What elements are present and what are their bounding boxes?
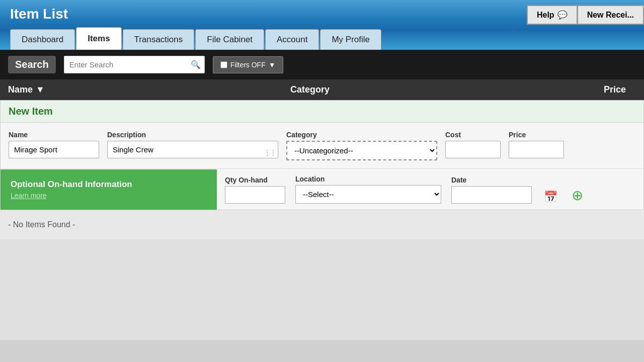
cost-field: Cost (445, 131, 501, 158)
date-field: Date (451, 176, 532, 204)
new-receipt-label: New Recei... (587, 11, 634, 20)
onhand-section: Optional On-hand Information Learn more … (1, 168, 643, 210)
header: Item List Help 💬 New Recei... Dashboard … (0, 0, 644, 50)
help-label: Help (537, 11, 554, 20)
search-area: Search 🔍 Filters OFF ▼ (0, 50, 644, 79)
location-label: Location (295, 175, 441, 183)
add-icon[interactable]: ⊕ (572, 187, 583, 204)
category-field: Category --Uncategorized-- (286, 131, 437, 160)
cost-label: Cost (445, 131, 501, 139)
name-input[interactable] (9, 141, 99, 158)
new-item-section: New Item Name Description ⋮⋮ Category --… (0, 100, 644, 210)
no-items-message: - No Items Found - (0, 210, 644, 239)
help-icon: 💬 (557, 10, 568, 20)
date-input[interactable] (451, 186, 532, 204)
price-input[interactable] (509, 141, 564, 158)
desc-label: Description (107, 131, 278, 139)
col-category-header: Category (199, 84, 421, 95)
calendar-icon[interactable]: 📅 (544, 191, 557, 204)
search-label: Search (8, 56, 56, 73)
filter-icon: ▼ (269, 61, 276, 69)
onhand-fields: Qty On-hand Location --Select-- Date 📅 ⊕ (217, 169, 643, 210)
qty-input[interactable] (225, 186, 285, 204)
tab-account[interactable]: Account (265, 29, 319, 50)
new-receipt-button[interactable]: New Recei... (577, 5, 644, 25)
qty-field: Qty On-hand (225, 176, 285, 204)
sort-icon: ▼ (36, 84, 45, 95)
filters-button[interactable]: Filters OFF ▼ (213, 56, 283, 73)
search-icon: 🔍 (191, 60, 201, 69)
price-label: Price (509, 131, 564, 139)
name-field: Name (9, 131, 99, 158)
filters-checkbox[interactable] (220, 61, 227, 68)
tab-dashboard[interactable]: Dashboard (10, 29, 75, 50)
col-price-header: Price (421, 84, 636, 95)
nav-tabs: Dashboard Items Transactions File Cabine… (10, 27, 634, 50)
expand-icon: ⋮⋮ (264, 149, 276, 156)
tab-file-cabinet[interactable]: File Cabinet (195, 29, 264, 50)
date-label: Date (451, 176, 532, 184)
tab-items[interactable]: Items (76, 27, 121, 50)
col-name-header[interactable]: Name ▼ (8, 84, 199, 95)
learn-more-link[interactable]: Learn more (11, 192, 207, 200)
qty-label: Qty On-hand (225, 176, 285, 184)
tab-my-profile[interactable]: My Profile (320, 29, 381, 50)
new-item-form: Name Description ⋮⋮ Category --Uncategor… (1, 123, 643, 168)
onhand-title: Optional On-hand Information (11, 179, 207, 190)
cost-input[interactable] (445, 141, 501, 158)
new-item-header: New Item (1, 101, 643, 123)
desc-input[interactable] (107, 141, 278, 158)
search-input[interactable] (64, 56, 205, 73)
header-buttons: Help 💬 New Recei... (527, 5, 644, 25)
desc-wrap: ⋮⋮ (107, 141, 278, 158)
filters-label: Filters OFF (230, 61, 266, 69)
name-label: Name (9, 131, 99, 139)
bottom-area (0, 239, 644, 340)
tab-transactions[interactable]: Transactions (123, 29, 195, 50)
help-button[interactable]: Help 💬 (527, 5, 577, 25)
location-field: Location --Select-- (295, 175, 441, 204)
price-field: Price (509, 131, 564, 158)
desc-field: Description ⋮⋮ (107, 131, 278, 158)
search-input-wrap: 🔍 (64, 56, 205, 73)
location-select[interactable]: --Select-- (295, 185, 441, 204)
category-select[interactable]: --Uncategorized-- (286, 141, 437, 160)
onhand-label-area: Optional On-hand Information Learn more (1, 169, 217, 210)
category-label: Category (286, 131, 437, 139)
table-header: Name ▼ Category Price (0, 79, 644, 100)
